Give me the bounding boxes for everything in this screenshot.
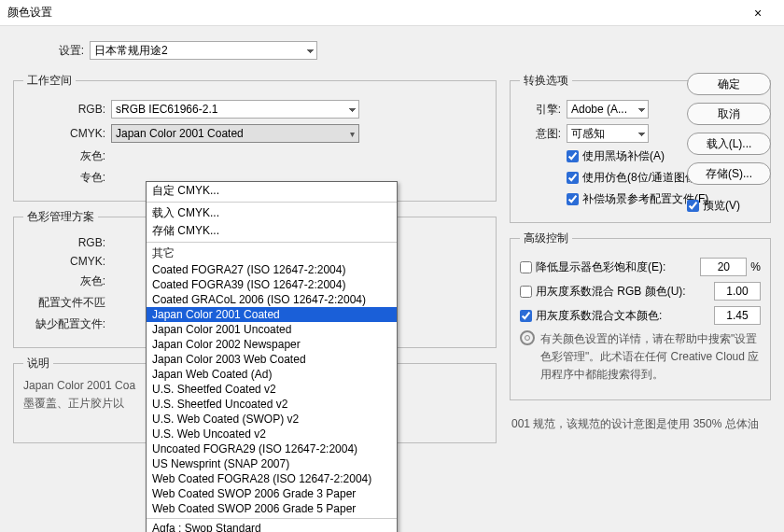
spot-label: 专色: bbox=[23, 170, 111, 186]
blendrgb-label: 用灰度系数混合 RGB 颜色(U): bbox=[536, 284, 714, 300]
engine-select[interactable]: Adobe (A... bbox=[567, 100, 649, 119]
cancel-button[interactable]: 取消 bbox=[687, 103, 771, 125]
dropdown-item[interactable]: Web Coated SWOP 2006 Grade 3 Paper bbox=[147, 486, 397, 501]
dropdown-item[interactable]: Web Coated FOGRA28 (ISO 12647-2:2004) bbox=[147, 471, 397, 486]
scene-checkbox[interactable] bbox=[567, 193, 579, 205]
description-legend: 说明 bbox=[23, 356, 53, 371]
workspace-legend: 工作空间 bbox=[23, 73, 76, 89]
dropdown-item[interactable]: Agfa : Swop Standard bbox=[147, 521, 397, 532]
save-button[interactable]: 存储(S)... bbox=[687, 162, 771, 185]
dropdown-item[interactable]: Japan Color 2002 Newspaper bbox=[147, 337, 397, 352]
advanced-tip: 有关颜色设置的详情，请在帮助中搜索"设置色彩管理"。此术语在任何 Creativ… bbox=[540, 330, 761, 385]
advanced-legend: 高级控制 bbox=[520, 231, 572, 246]
gear-icon bbox=[520, 330, 535, 345]
p-missing-label: 缺少配置文件: bbox=[23, 316, 111, 332]
dropdown-item[interactable]: 存储 CMYK... bbox=[147, 222, 397, 240]
dropdown-item[interactable]: Uncoated FOGRA29 (ISO 12647-2:2004) bbox=[147, 441, 397, 456]
dropdown-item[interactable]: Japan Color 2001 Coated bbox=[147, 307, 397, 322]
bpc-checkbox[interactable] bbox=[567, 150, 579, 162]
dropdown-item[interactable]: U.S. Web Uncoated v2 bbox=[147, 427, 397, 441]
intent-select[interactable]: 可感知 bbox=[567, 124, 649, 143]
cmyk-label: CMYK: bbox=[23, 127, 111, 140]
titlebar: 颜色设置 × bbox=[0, 0, 784, 26]
desat-unit: % bbox=[750, 260, 761, 273]
dropdown-item[interactable]: Coated GRACoL 2006 (ISO 12647-2:2004) bbox=[147, 292, 397, 307]
dropdown-item[interactable]: 自定 CMYK... bbox=[147, 182, 397, 200]
blendrgb-input[interactable] bbox=[714, 282, 761, 301]
dither-checkbox[interactable] bbox=[567, 172, 579, 184]
engine-label: 引擎: bbox=[520, 102, 567, 118]
bpc-label: 使用黑场补偿(A) bbox=[582, 148, 665, 164]
separator bbox=[147, 242, 397, 243]
advanced-group: 高级控制 降低显示器色彩饱和度(E):% 用灰度系数混合 RGB 颜色(U): … bbox=[510, 231, 771, 400]
close-icon[interactable]: × bbox=[739, 6, 777, 21]
p-cmyk-label: CMYK: bbox=[23, 255, 111, 268]
dropdown-item[interactable]: U.S. Sheetfed Uncoated v2 bbox=[147, 397, 397, 412]
dropdown-item[interactable]: 载入 CMYK... bbox=[147, 204, 397, 222]
dropdown-item[interactable]: Japan Color 2001 Uncoated bbox=[147, 322, 397, 337]
desat-label: 降低显示器色彩饱和度(E): bbox=[536, 259, 700, 275]
dropdown-item[interactable]: Japan Color 2003 Web Coated bbox=[147, 352, 397, 367]
window-title: 颜色设置 bbox=[7, 5, 739, 21]
settings-label: 设置: bbox=[13, 43, 90, 59]
dropdown-item[interactable]: Coated FOGRA39 (ISO 12647-2:2004) bbox=[147, 277, 397, 292]
blendtext-label: 用灰度系数混合文本颜色: bbox=[536, 308, 714, 324]
dropdown-item[interactable]: Coated FOGRA27 (ISO 12647-2:2004) bbox=[147, 262, 397, 277]
preview-label: 预览(V) bbox=[703, 198, 740, 214]
cmyk-dropdown: 自定 CMYK...载入 CMYK...存储 CMYK...其它Coated F… bbox=[146, 181, 398, 532]
cmyk-select[interactable]: Japan Color 2001 Coated▾ bbox=[111, 124, 359, 143]
blendrgb-checkbox[interactable] bbox=[520, 286, 532, 298]
intent-label: 意图: bbox=[520, 126, 567, 142]
separator bbox=[147, 202, 397, 203]
dropdown-group-head: 其它 bbox=[147, 245, 397, 262]
p-rgb-label: RGB: bbox=[23, 236, 111, 249]
load-button[interactable]: 载入(L)... bbox=[687, 133, 771, 155]
desat-input[interactable] bbox=[700, 258, 747, 276]
settings-select[interactable]: 日本常规用途2 bbox=[90, 41, 317, 60]
gray-label: 灰色: bbox=[23, 148, 111, 164]
chevron-down-icon: ▾ bbox=[350, 129, 355, 139]
separator bbox=[147, 518, 397, 519]
dropdown-item[interactable]: Japan Web Coated (Ad) bbox=[147, 367, 397, 382]
preview-checkbox[interactable] bbox=[687, 200, 699, 212]
rgb-label: RGB: bbox=[23, 103, 111, 116]
dropdown-item[interactable]: US Newsprint (SNAP 2007) bbox=[147, 456, 397, 471]
dropdown-item[interactable]: U.S. Web Coated (SWOP) v2 bbox=[147, 412, 397, 427]
dropdown-item[interactable]: U.S. Sheetfed Coated v2 bbox=[147, 382, 397, 397]
conversion-legend: 转换选项 bbox=[520, 73, 572, 89]
policies-legend: 色彩管理方案 bbox=[23, 209, 98, 225]
dropdown-item[interactable]: Web Coated SWOP 2006 Grade 5 Paper bbox=[147, 501, 397, 516]
ok-button[interactable]: 确定 bbox=[687, 73, 771, 95]
p-gray-label: 灰色: bbox=[23, 273, 111, 289]
rgb-select[interactable]: sRGB IEC61966-2.1 bbox=[111, 100, 359, 119]
desat-checkbox[interactable] bbox=[520, 261, 532, 273]
blendtext-input[interactable] bbox=[714, 306, 761, 325]
description-text2: 001 规范，该规范的设计意图是使用 350% 总体油 bbox=[510, 408, 771, 441]
blendtext-checkbox[interactable] bbox=[520, 310, 532, 322]
p-mismatch-label: 配置文件不匹 bbox=[23, 295, 111, 311]
